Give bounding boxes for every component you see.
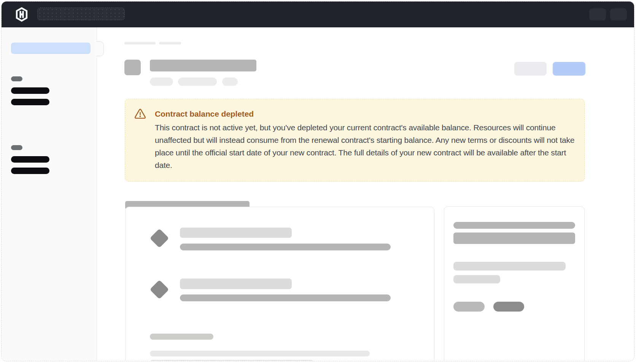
warning-alert: Contract balance depleted This contract …	[125, 99, 585, 182]
annotation-bar-placeholder	[150, 360, 313, 361]
header-help-button[interactable]	[589, 8, 606, 21]
annotation-bar-placeholder	[150, 351, 370, 356]
summary-card	[444, 206, 585, 361]
sidebar-active-item[interactable]	[11, 43, 91, 54]
app-header	[2, 2, 634, 27]
breadcrumb-item[interactable]	[159, 42, 181, 44]
primary-action-button[interactable]	[553, 62, 585, 76]
secondary-action-button[interactable]	[514, 62, 547, 76]
sidebar-section-label	[11, 145, 22, 150]
warning-triangle-icon	[134, 108, 146, 120]
list-item-text-placeholder	[180, 244, 391, 250]
sidebar-section-label	[11, 76, 22, 81]
sidebar-item[interactable]	[11, 99, 49, 105]
sidebar-item[interactable]	[11, 87, 49, 94]
app-window: Contract balance depleted This contract …	[1, 1, 634, 361]
alert-body: This contract is not active yet, but you…	[155, 121, 575, 171]
hashicorp-logo-icon	[14, 7, 29, 22]
card-heading-placeholder	[453, 222, 575, 229]
status-badge	[178, 78, 217, 86]
card-button-placeholder[interactable]	[453, 302, 485, 312]
diamond-icon	[150, 280, 169, 299]
sidebar-collapse-handle[interactable]	[97, 41, 104, 56]
breadcrumb-item[interactable]	[124, 42, 156, 44]
list-item-title-placeholder	[180, 279, 292, 289]
list-item-title-placeholder	[180, 228, 292, 238]
sidebar-item[interactable]	[11, 168, 49, 174]
header-user-menu-button[interactable]	[610, 8, 627, 21]
sidebar	[2, 27, 97, 361]
page-icon-placeholder	[124, 60, 141, 75]
diamond-icon	[150, 229, 169, 248]
sidebar-item[interactable]	[11, 156, 49, 163]
status-badge	[222, 78, 238, 86]
card-text-placeholder	[453, 275, 500, 283]
details-card	[125, 207, 434, 361]
list-item-text-placeholder	[180, 294, 391, 301]
search-input[interactable]	[37, 8, 125, 20]
alert-title: Contract balance depleted	[155, 108, 254, 120]
status-badge	[150, 78, 173, 86]
annotation-pill-placeholder	[150, 334, 213, 340]
card-button-placeholder[interactable]	[493, 302, 524, 312]
page-title-placeholder	[150, 60, 256, 71]
card-text-placeholder	[453, 262, 566, 271]
card-heading-placeholder	[453, 233, 575, 244]
